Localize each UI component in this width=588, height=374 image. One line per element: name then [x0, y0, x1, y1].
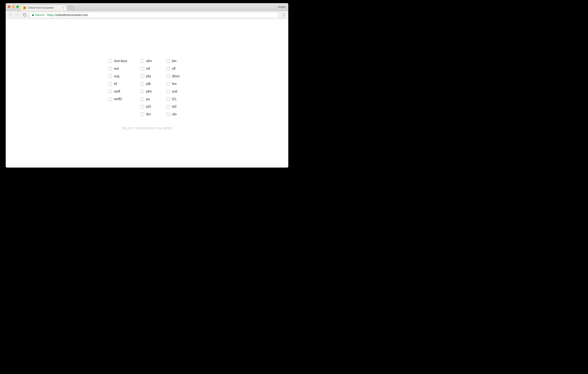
- format-label: suit: [172, 90, 177, 93]
- format-label: bin: [172, 59, 176, 63]
- format-label: font-face: [114, 59, 127, 63]
- format-option-pfb[interactable]: pfb: [141, 82, 160, 86]
- checkbox-icon: [167, 59, 170, 63]
- format-label: afm: [146, 59, 152, 63]
- format-option-t11[interactable]: t11: [167, 97, 185, 101]
- browser-tab[interactable]: Online Font Converter ×: [21, 5, 67, 11]
- format-label: pfm: [146, 90, 152, 93]
- format-option-ufo[interactable]: ufo: [167, 112, 185, 116]
- window-minimize-button[interactable]: [12, 5, 15, 8]
- format-option-font-face[interactable]: font-face: [109, 59, 134, 63]
- checkbox-icon: [141, 59, 144, 63]
- checkbox-icon: [167, 97, 170, 101]
- window-close-button[interactable]: [8, 5, 10, 8]
- lock-icon: [32, 13, 34, 16]
- secure-label: Secure: [35, 13, 44, 16]
- format-label: pfb: [146, 82, 151, 86]
- format-label: dfont: [172, 74, 179, 78]
- format-option-pt3[interactable]: pt3: [141, 105, 160, 109]
- checkbox-icon: [167, 90, 170, 93]
- browser-window: Online Font Converter × Guest Secure htt…: [6, 3, 288, 168]
- checkbox-icon: [109, 97, 112, 101]
- checkbox-icon: [141, 97, 144, 101]
- format-option-t42[interactable]: t42: [167, 105, 185, 109]
- format-option-ps[interactable]: ps: [141, 97, 160, 101]
- checkbox-icon: [141, 67, 144, 70]
- forward-button[interactable]: [15, 12, 21, 18]
- format-option-eot[interactable]: eot: [109, 67, 134, 71]
- divider: [46, 13, 46, 17]
- format-label: ttf: [114, 82, 117, 86]
- format-option-fon[interactable]: fon: [167, 82, 185, 86]
- format-label: svg: [114, 74, 119, 78]
- format-label: ufo: [172, 112, 177, 116]
- format-option-svg[interactable]: svg: [109, 74, 134, 78]
- profile-label[interactable]: Guest: [278, 5, 285, 9]
- checkbox-icon: [109, 82, 112, 85]
- format-option-suit[interactable]: suit: [167, 90, 185, 93]
- checkbox-icon: [109, 90, 112, 93]
- url-host: onlinefontconverter.com: [56, 13, 88, 17]
- tab-title: Online Font Converter: [28, 6, 54, 9]
- format-label: otf: [146, 67, 150, 71]
- back-button[interactable]: [7, 12, 13, 18]
- url-scheme: https://: [47, 13, 56, 17]
- format-option-cff[interactable]: cff: [167, 67, 185, 71]
- checkbox-icon: [141, 75, 144, 78]
- format-option-woff[interactable]: woff: [109, 90, 134, 93]
- format-label: ps: [146, 97, 150, 101]
- reload-button[interactable]: [22, 12, 28, 18]
- checkbox-icon: [109, 67, 112, 70]
- format-grid: font-face eot svg ttf woff woff2 afm otf…: [109, 59, 185, 116]
- checkbox-icon: [109, 59, 112, 63]
- format-option-pfa[interactable]: pfa: [141, 74, 160, 78]
- checkbox-icon: [167, 67, 170, 70]
- format-option-afm[interactable]: afm: [141, 59, 160, 63]
- format-option-bin[interactable]: bin: [167, 59, 185, 63]
- format-label: woff: [114, 90, 120, 93]
- format-option-ttf[interactable]: ttf: [109, 82, 134, 86]
- toolbar: Secure https://onlinefontconverter.com: [6, 11, 288, 19]
- format-label: cff: [172, 67, 176, 71]
- format-label: pfa: [146, 74, 151, 78]
- format-column-1: font-face eot svg ttf woff woff2: [109, 59, 134, 116]
- format-label: woff2: [114, 97, 122, 101]
- checkbox-icon: [167, 82, 170, 85]
- format-option-dfont[interactable]: dfont: [167, 74, 185, 78]
- format-label: fon: [172, 82, 177, 86]
- kebab-icon: [284, 13, 284, 16]
- window-zoom-button[interactable]: [16, 5, 19, 8]
- checkbox-icon: [141, 113, 144, 116]
- new-tab-button[interactable]: [67, 6, 75, 10]
- checkbox-icon: [167, 75, 170, 78]
- format-label: eot: [114, 67, 119, 71]
- instruction-caption: SELECT FORMAT(S) YOU NEED: [122, 126, 172, 130]
- checkbox-icon: [167, 105, 170, 108]
- format-label: pt3: [146, 105, 151, 109]
- browser-menu-button[interactable]: [281, 12, 287, 18]
- url-text: https://onlinefontconverter.com: [47, 13, 88, 17]
- secure-indicator: Secure: [32, 13, 44, 16]
- format-label: tfm: [146, 112, 151, 116]
- address-bar[interactable]: Secure https://onlinefontconverter.com: [30, 12, 279, 18]
- format-option-otf[interactable]: otf: [141, 67, 160, 71]
- checkbox-icon: [141, 105, 144, 108]
- tab-close-button[interactable]: ×: [62, 7, 65, 9]
- checkbox-icon: [141, 90, 144, 93]
- page-viewport: font-face eot svg ttf woff woff2 afm otf…: [6, 19, 288, 168]
- checkbox-icon: [141, 82, 144, 85]
- format-option-tfm[interactable]: tfm: [141, 112, 160, 116]
- checkbox-icon: [109, 75, 112, 78]
- format-option-pfm[interactable]: pfm: [141, 90, 160, 93]
- format-column-3: bin cff dfont fon suit t11 t42 ufo: [167, 59, 185, 116]
- format-label: t11: [172, 97, 177, 101]
- checkbox-icon: [167, 113, 170, 116]
- format-column-2: afm otf pfa pfb pfm ps pt3 tfm: [141, 59, 160, 116]
- window-controls: [8, 5, 19, 8]
- format-option-woff2[interactable]: woff2: [109, 97, 134, 101]
- format-label: t42: [172, 105, 177, 109]
- titlebar: Online Font Converter × Guest: [6, 3, 288, 11]
- favicon-icon: [23, 6, 26, 10]
